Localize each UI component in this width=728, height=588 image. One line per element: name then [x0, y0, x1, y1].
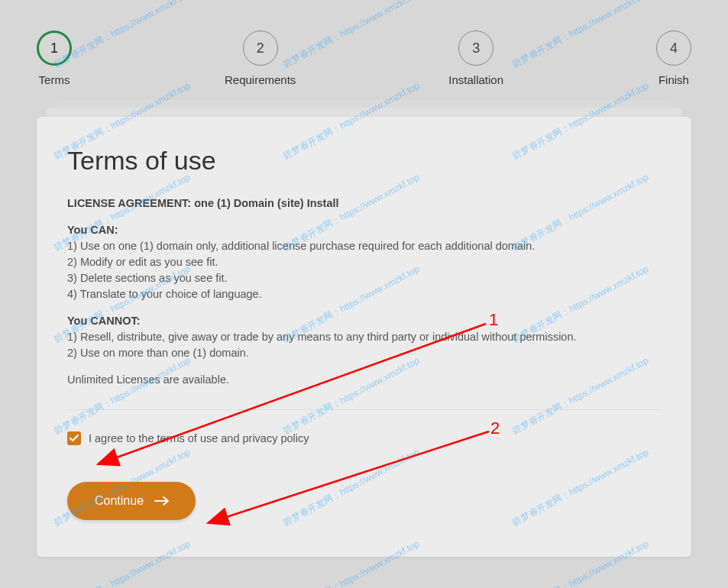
cannot-item: 2) Use on more than one (1) domain. [67, 345, 661, 361]
license-footer: Unlimited Licenses are available. [67, 372, 661, 388]
agree-row: I agree to the terms of use and privacy … [67, 431, 661, 445]
divider [67, 409, 661, 410]
step-circle-4: 4 [656, 31, 691, 66]
install-stepper: 1 Terms 2 Requirements 3 Installation 4 … [0, 0, 728, 86]
step-circle-1: 1 [37, 31, 72, 66]
step-num: 4 [670, 40, 678, 57]
step-label: Terms [39, 73, 70, 86]
can-item: 2) Modify or edit as you see fit. [67, 254, 661, 270]
check-icon [70, 434, 79, 443]
terms-card: Terms of use LICENSE AGREEMENT: one (1) … [37, 117, 691, 557]
continue-label: Continue [95, 494, 144, 508]
step-terms: 1 Terms [37, 31, 72, 86]
step-num: 2 [257, 40, 264, 57]
step-label: Requirements [225, 73, 296, 86]
step-num: 3 [472, 40, 480, 57]
card-title: Terms of use [67, 146, 661, 176]
step-requirements: 2 Requirements [225, 31, 296, 86]
step-label: Finish [658, 73, 689, 86]
step-finish: 4 Finish [656, 31, 691, 86]
cannot-label: You CANNOT: [67, 313, 661, 329]
cannot-item: 1) Resell, distribute, give away or trad… [67, 329, 661, 345]
step-installation: 3 Installation [448, 31, 503, 86]
step-num: 1 [50, 40, 58, 57]
step-circle-3: 3 [458, 31, 493, 66]
license-heading: LICENSE AGREEMENT: one (1) Domain (site)… [67, 195, 661, 212]
can-item: 3) Delete sections as you see fit. [67, 270, 661, 286]
can-item: 4) Translate to your choice of language. [67, 286, 661, 302]
arrow-right-icon [154, 496, 170, 506]
continue-button[interactable]: Continue [67, 482, 196, 520]
license-body: LICENSE AGREEMENT: one (1) Domain (site)… [67, 195, 661, 388]
can-block: You CAN: 1) Use on one (1) domain only, … [67, 222, 661, 302]
can-item: 1) Use on one (1) domain only, additiona… [67, 238, 661, 254]
cannot-block: You CANNOT: 1) Resell, distribute, give … [67, 313, 661, 361]
agree-label: I agree to the terms of use and privacy … [89, 432, 309, 444]
step-label: Installation [448, 73, 503, 86]
card-stack: Terms of use LICENSE AGREEMENT: one (1) … [37, 117, 691, 557]
can-label: You CAN: [67, 222, 661, 238]
agree-checkbox[interactable] [67, 431, 81, 445]
step-circle-2: 2 [243, 31, 278, 66]
